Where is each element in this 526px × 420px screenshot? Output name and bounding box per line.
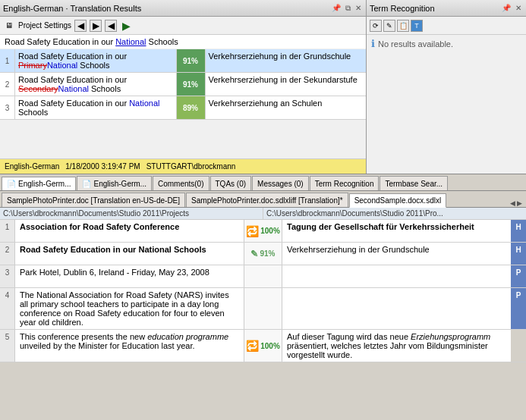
source-highlight-national: National bbox=[115, 37, 146, 46]
segment-row-5[interactable]: 5 This conference presents the new educa… bbox=[0, 330, 526, 362]
seg-source-text-4: The National Association for Road Safety… bbox=[20, 290, 229, 327]
result-target-2: Verkehrserziehung in der Sekundarstufe bbox=[206, 73, 367, 96]
translation-panel-title: English-German · Translation Results bbox=[3, 4, 141, 13]
row-number-3: 3 bbox=[0, 96, 15, 119]
result-score-3: 89% bbox=[177, 96, 206, 119]
seg-source-1[interactable]: Association for Road Safety Conference bbox=[15, 220, 244, 242]
doc-nav-prev[interactable]: ◀ bbox=[509, 199, 516, 207]
seg-source-3[interactable]: Park Hotel, Dublin 6, Ireland - Friday, … bbox=[15, 265, 244, 287]
project-settings-label: Project Settings bbox=[18, 21, 71, 30]
seg-target-text-1: Tagung der Gesellschaft für Verkehrssich… bbox=[287, 222, 474, 231]
term-tool-4[interactable]: T bbox=[411, 20, 423, 32]
result-source-3: Road Safety Education in our National Sc… bbox=[15, 96, 177, 119]
toolbar-btn-3[interactable]: ◀ bbox=[105, 20, 117, 32]
result-row-2[interactable]: 2 Road Safety Education in our Secondary… bbox=[0, 73, 366, 96]
term-close-icon[interactable]: ✕ bbox=[514, 4, 523, 12]
project-settings-icon[interactable]: 🖥 bbox=[3, 20, 15, 32]
middle-tab-bar: 📄 English-Germ... 📄 English-Germ... Comm… bbox=[0, 174, 526, 191]
seg-source-text-1: Association for Road Safety Conference bbox=[20, 222, 179, 231]
seg-num-5: 5 bbox=[0, 330, 15, 362]
seg-source-text-3: Park Hotel, Dublin 6, Ireland - Friday, … bbox=[20, 268, 209, 277]
seg-source-5[interactable]: This conference presents the new educati… bbox=[15, 330, 244, 362]
translation-status-bar: English-German 1/18/2000 3:19:47 PM STUT… bbox=[0, 158, 366, 174]
term-tool-3[interactable]: 📋 bbox=[397, 20, 409, 32]
term-tool-1[interactable]: ⟳ bbox=[370, 20, 382, 32]
seg-match-4 bbox=[244, 288, 282, 329]
doc-nav-next[interactable]: ▶ bbox=[516, 199, 523, 207]
tab-label-tqas: TQAs (0) bbox=[216, 180, 247, 188]
tab-label-1: English-Germ... bbox=[18, 180, 71, 188]
pin-icon[interactable]: 📌 bbox=[330, 4, 342, 13]
tab-label-comments: Comments(0) bbox=[158, 180, 204, 188]
tab-termbase-search[interactable]: Termbase Sear... bbox=[380, 176, 448, 190]
segment-row-4[interactable]: 4 The National Association for Road Safe… bbox=[0, 288, 526, 330]
translation-panel-controls: 📌 ⧉ ✕ bbox=[330, 4, 363, 13]
result-target-3: Verkehrserziehung an Schulen bbox=[206, 96, 367, 119]
term-no-results: ℹ No results available. bbox=[367, 35, 526, 52]
tab-icon-1: 📄 bbox=[7, 180, 16, 188]
tab-comments[interactable]: Comments(0) bbox=[153, 176, 209, 190]
seg-target-2[interactable]: Verkehrserziehung in der Grundschule bbox=[282, 243, 511, 265]
seg-letter-2: H bbox=[511, 243, 526, 265]
match-icon-1: 🔁 bbox=[246, 225, 259, 237]
seg-source-4[interactable]: The National Association for Road Safety… bbox=[15, 288, 244, 329]
tab-english-germ-2[interactable]: 📄 English-Germ... bbox=[77, 176, 151, 190]
tab-messages[interactable]: Messages (0) bbox=[252, 176, 309, 190]
match-pct-2: 91% bbox=[260, 249, 275, 258]
row-number-1: 1 bbox=[0, 49, 15, 72]
info-icon: ℹ bbox=[371, 38, 375, 49]
seg-num-3: 3 bbox=[0, 265, 15, 287]
result-source-1: Road Safety Education in our PrimaryNati… bbox=[15, 49, 177, 72]
toolbar-btn-1[interactable]: ◀ bbox=[74, 20, 87, 32]
segment-row-1[interactable]: 1 Association for Road Safety Conference… bbox=[0, 220, 526, 243]
doc-tab-2[interactable]: SamplePhotoPrinter.doc.sdlxliff [Transla… bbox=[186, 193, 348, 207]
highlight-national-1: National bbox=[47, 61, 77, 70]
result-row-3[interactable]: 3 Road Safety Education in our National … bbox=[0, 96, 366, 120]
close-icon[interactable]: ✕ bbox=[354, 4, 363, 13]
tab-term-recognition[interactable]: Term Recognition bbox=[310, 176, 380, 190]
match-icon-5: 🔁 bbox=[246, 340, 259, 352]
term-pin-icon[interactable]: 📌 bbox=[500, 4, 512, 12]
translation-panel: English-German · Translation Results 📌 ⧉… bbox=[0, 0, 367, 174]
no-results-text: No results available. bbox=[378, 39, 453, 49]
results-table: 1 Road Safety Education in our PrimaryNa… bbox=[0, 49, 366, 158]
seg-letter-5 bbox=[511, 330, 526, 362]
seg-letter-1: H bbox=[511, 220, 526, 242]
doc-tab-bar: SamplePhotoPrinter.doc [Translation en-U… bbox=[0, 191, 526, 208]
doc-tab-3[interactable]: SecondSample.docx.sdlxl bbox=[349, 193, 447, 208]
result-row-1[interactable]: 1 Road Safety Education in our PrimaryNa… bbox=[0, 49, 366, 73]
result-score-1: 91% bbox=[177, 49, 206, 72]
doc-tab-label-2: SamplePhotoPrinter.doc.sdlxliff [Transla… bbox=[191, 196, 343, 205]
tab-tqas[interactable]: TQAs (0) bbox=[210, 176, 252, 190]
doc-tab-label-1: SamplePhotoPrinter.doc [Translation en-U… bbox=[7, 196, 180, 205]
segment-row-2[interactable]: 2 Road Safety Education in our National … bbox=[0, 243, 526, 265]
term-tool-2[interactable]: ✎ bbox=[383, 20, 395, 32]
doc-tab-1[interactable]: SamplePhotoPrinter.doc [Translation en-U… bbox=[2, 193, 185, 207]
seg-target-4[interactable] bbox=[282, 288, 511, 329]
seg-match-1: 🔁 100% bbox=[244, 220, 282, 242]
toolbar-btn-arrow[interactable]: ▶ bbox=[120, 20, 132, 32]
toolbar-btn-2[interactable]: ▶ bbox=[90, 20, 102, 32]
tab-english-germ-1[interactable]: 📄 English-Germ... bbox=[2, 177, 76, 191]
highlight-national-2: National bbox=[58, 84, 89, 93]
seg-target-1[interactable]: Tagung der Gesellschaft für Verkehrssich… bbox=[282, 220, 511, 242]
result-score-2: 91% bbox=[177, 73, 206, 96]
seg-target-5[interactable]: Auf dieser Tagung wird das neue Erziehun… bbox=[282, 330, 511, 362]
translation-panel-titlebar: English-German · Translation Results 📌 ⧉… bbox=[0, 0, 366, 17]
strikethrough-secondary: Secondary bbox=[18, 84, 58, 93]
tab-label-2: English-Germ... bbox=[93, 180, 146, 188]
seg-target-3[interactable] bbox=[282, 265, 511, 287]
segments-area: 1 Association for Road Safety Conference… bbox=[0, 220, 526, 420]
seg-match-2: ✎ 91% bbox=[244, 243, 282, 265]
float-icon[interactable]: ⧉ bbox=[344, 4, 352, 13]
doc-tab-label-3: SecondSample.docx.sdlxl bbox=[354, 196, 442, 205]
match-badge-1: 🔁 100% bbox=[246, 225, 280, 237]
seg-letter-4: P bbox=[511, 288, 526, 329]
match-icon-2: ✎ bbox=[250, 249, 258, 259]
seg-source-2[interactable]: Road Safety Education in our National Sc… bbox=[15, 243, 244, 265]
seg-num-4: 4 bbox=[0, 288, 15, 329]
segment-row-3[interactable]: 3 Park Hotel, Dublin 6, Ireland - Friday… bbox=[0, 265, 526, 288]
status-date: 1/18/2000 3:19:47 PM bbox=[65, 162, 140, 171]
target-path: C:\Users\dbrockmann\Documents\Studio 201… bbox=[263, 208, 526, 219]
doc-path-bar: C:\Users\dbrockmann\Documents\Studio 201… bbox=[0, 208, 526, 220]
